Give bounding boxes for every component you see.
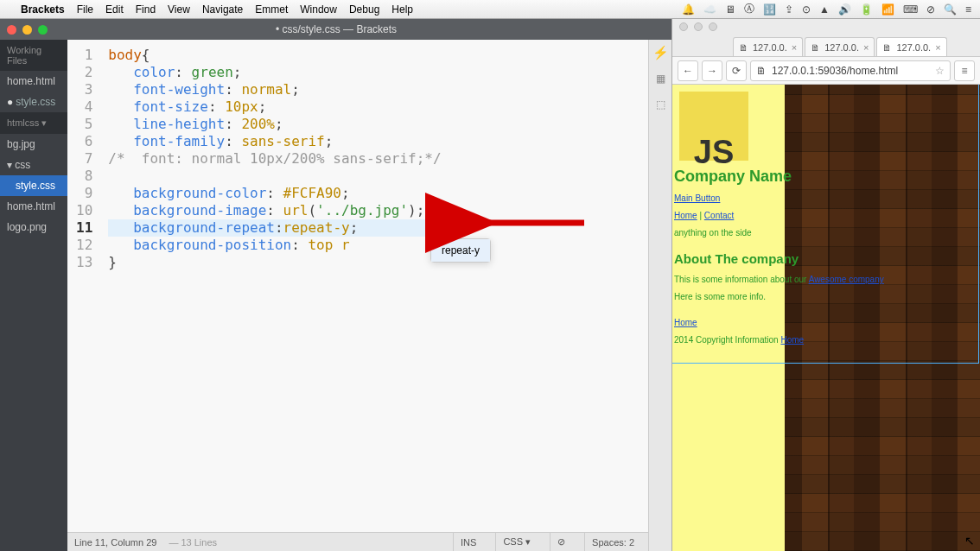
status-lines: — 13 Lines bbox=[169, 537, 217, 548]
tree-folder[interactable]: ▾ css bbox=[0, 155, 67, 175]
page-icon: 🗎 bbox=[756, 65, 767, 77]
status-icon[interactable]: ☁️ bbox=[703, 3, 716, 16]
status-ins[interactable]: INS bbox=[453, 533, 483, 551]
window-title: • css/style.css — Brackets bbox=[0, 23, 672, 35]
footer-home-link-2[interactable]: Home bbox=[780, 335, 804, 345]
status-icon[interactable]: 📶 bbox=[881, 3, 894, 16]
status-cursor: Line 11, Column 29 bbox=[74, 537, 156, 548]
tab-close-icon[interactable]: × bbox=[863, 42, 869, 53]
status-icon[interactable]: 🔔 bbox=[682, 3, 695, 16]
status-icon[interactable]: 🔋 bbox=[860, 3, 873, 16]
awesome-company-link[interactable]: Awesome company bbox=[809, 275, 884, 284]
status-icon[interactable]: ⊙ bbox=[802, 3, 811, 16]
tab-close-icon[interactable]: × bbox=[792, 42, 797, 53]
right-toolbar: ⚡ ▦ ⬚ bbox=[648, 40, 672, 551]
status-icon[interactable]: 🔊 bbox=[838, 3, 851, 16]
tree-file[interactable]: style.css bbox=[0, 175, 67, 196]
menu-edit[interactable]: Edit bbox=[105, 3, 124, 16]
url-text: 127.0.0.1:59036/home.html bbox=[772, 65, 898, 77]
address-bar[interactable]: 🗎 127.0.0.1:59036/home.html ☆ bbox=[750, 60, 951, 81]
status-icon[interactable]: 🔢 bbox=[763, 3, 776, 16]
sidebar: Working Files home.html●style.css htmlcs… bbox=[0, 40, 67, 551]
code-hint[interactable]: repeat-y bbox=[430, 238, 491, 263]
menu-window[interactable]: Window bbox=[300, 3, 337, 16]
brackets-titlebar: • css/style.css — Brackets bbox=[0, 19, 672, 40]
copyright: 2014 Copyright Information Home bbox=[674, 332, 968, 349]
annotation-arrow-icon bbox=[474, 211, 586, 241]
status-spaces[interactable]: Spaces: 2 bbox=[584, 533, 641, 551]
browser-traffic bbox=[672, 19, 980, 35]
back-button[interactable]: ← bbox=[678, 60, 698, 81]
menu-button[interactable]: ≡ bbox=[954, 60, 975, 81]
status-icon[interactable]: Ⓐ bbox=[744, 2, 754, 16]
zoom-icon[interactable] bbox=[709, 22, 717, 31]
menu-navigate[interactable]: Navigate bbox=[202, 3, 243, 16]
live-preview-icon[interactable]: ⚡ bbox=[653, 45, 669, 60]
line-gutter: 12345678910111213 bbox=[67, 40, 101, 532]
code-area[interactable]: 12345678910111213 body{ color: green; fo… bbox=[67, 40, 648, 532]
page-content: JS Company Name Main Button Home | Conta… bbox=[674, 88, 968, 349]
browser-toolbar: ← → ⟳ 🗎 127.0.0.1:59036/home.html ☆ ≡ bbox=[672, 57, 980, 85]
footer-home-link[interactable]: Home bbox=[674, 318, 697, 327]
browser-window: 🗎127.0.0.×🗎127.0.0.×🗎127.0.0.× ← → ⟳ 🗎 1… bbox=[672, 19, 980, 551]
home-link[interactable]: Home bbox=[674, 211, 697, 220]
about-p1: This is some information about our Aweso… bbox=[674, 271, 968, 288]
menu-view[interactable]: View bbox=[168, 3, 190, 16]
status-icon[interactable]: ≡ bbox=[965, 3, 971, 16]
menubar-app[interactable]: Brackets bbox=[21, 3, 65, 16]
browser-viewport: JS Company Name Main Button Home | Conta… bbox=[672, 85, 980, 551]
forward-button[interactable]: → bbox=[702, 60, 722, 81]
statusbar: Line 11, Column 29 — 13 Lines INS CSS ▾ … bbox=[67, 532, 648, 551]
close-icon[interactable] bbox=[7, 25, 16, 35]
tab-close-icon[interactable]: × bbox=[935, 42, 940, 53]
hint-item[interactable]: repeat-y bbox=[431, 239, 490, 262]
plugin-icon[interactable]: ⬚ bbox=[653, 97, 669, 112]
menu-debug[interactable]: Debug bbox=[349, 3, 379, 16]
status-icon[interactable]: 🖥 bbox=[725, 3, 735, 16]
reload-button[interactable]: ⟳ bbox=[726, 60, 747, 81]
brackets-window: • css/style.css — Brackets Working Files… bbox=[0, 19, 672, 551]
browser-tab[interactable]: 🗎127.0.0.× bbox=[876, 37, 946, 56]
page-icon: 🗎 bbox=[811, 42, 820, 53]
menu-help[interactable]: Help bbox=[391, 3, 413, 16]
close-icon[interactable] bbox=[679, 22, 688, 31]
browser-tab[interactable]: 🗎127.0.0.× bbox=[733, 37, 803, 56]
minimize-icon[interactable] bbox=[22, 25, 32, 35]
tree-file[interactable]: bg.jpg bbox=[0, 134, 67, 155]
working-file[interactable]: ●style.css bbox=[0, 92, 67, 112]
bookmark-icon[interactable]: ☆ bbox=[935, 65, 945, 77]
minimize-icon[interactable] bbox=[694, 22, 703, 31]
status-icon[interactable]: ⇪ bbox=[785, 3, 793, 16]
working-file[interactable]: home.html bbox=[0, 71, 67, 92]
menu-find[interactable]: Find bbox=[136, 3, 156, 16]
status-icon[interactable]: ⌨ bbox=[903, 3, 918, 16]
menu-file[interactable]: File bbox=[77, 3, 93, 16]
status-lint[interactable]: ⊘ bbox=[550, 533, 572, 551]
code-content[interactable]: body{ color: green; font-weight: normal;… bbox=[101, 40, 441, 532]
menu-emmet[interactable]: Emmet bbox=[255, 3, 288, 16]
browser-tabs: 🗎127.0.0.×🗎127.0.0.×🗎127.0.0.× bbox=[672, 35, 980, 57]
tree-file[interactable]: home.html bbox=[0, 196, 67, 217]
browser-tab[interactable]: 🗎127.0.0.× bbox=[805, 37, 875, 56]
status-lang[interactable]: CSS ▾ bbox=[495, 533, 538, 551]
mac-menubar: Brackets FileEditFindViewNavigateEmmetWi… bbox=[0, 0, 980, 19]
about-title: About The company bbox=[674, 250, 968, 268]
status-icon[interactable]: ⊘ bbox=[926, 3, 935, 16]
working-files-header: Working Files bbox=[0, 40, 67, 71]
status-icon[interactable]: 🔍 bbox=[944, 3, 957, 16]
editor: 12345678910111213 body{ color: green; fo… bbox=[67, 40, 648, 551]
extensions-icon[interactable]: ▦ bbox=[653, 71, 669, 86]
sidebar-text: anything on the side bbox=[674, 225, 968, 242]
cursor-icon: ↖ bbox=[964, 534, 975, 548]
project-header[interactable]: htmlcss ▾ bbox=[0, 112, 67, 134]
logo: JS bbox=[679, 92, 748, 161]
zoom-icon[interactable] bbox=[38, 25, 48, 35]
main-button-link[interactable]: Main Button bbox=[674, 193, 720, 203]
contact-link[interactable]: Contact bbox=[704, 211, 734, 220]
page-icon: 🗎 bbox=[739, 42, 748, 53]
status-icon[interactable]: ▲ bbox=[819, 3, 830, 16]
company-name: Company Name bbox=[674, 168, 968, 185]
page-icon: 🗎 bbox=[882, 42, 892, 53]
about-p2: Here is some more info. bbox=[674, 288, 968, 306]
tree-file[interactable]: logo.png bbox=[0, 217, 67, 238]
